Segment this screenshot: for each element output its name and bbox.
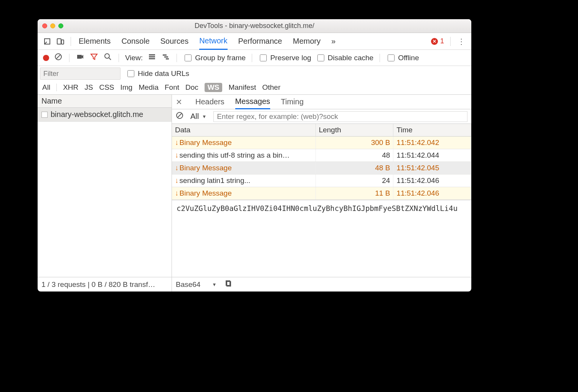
- subtab-headers[interactable]: Headers: [195, 95, 225, 109]
- svg-line-15: [178, 114, 182, 117]
- separator: [450, 37, 451, 46]
- detail-tabs: ✕ Headers Messages Timing: [172, 95, 471, 109]
- copy-icon[interactable]: [225, 280, 233, 289]
- inspect-icon[interactable]: [41, 35, 54, 48]
- col-length[interactable]: Length: [315, 124, 393, 137]
- waterfall-view-icon[interactable]: [161, 53, 170, 63]
- tab-performance[interactable]: Performance: [238, 33, 282, 49]
- titlebar: DevTools - binary-websocket.glitch.me/: [38, 19, 471, 33]
- request-summary: 1 / 3 requests | 0 B / 820 B transf…: [38, 277, 172, 292]
- request-name: binary-websocket.glitch.me: [51, 110, 143, 119]
- messages-toolbar: All ▼: [172, 109, 471, 124]
- clear-icon[interactable]: [54, 53, 63, 63]
- message-row[interactable]: ↓sending this utf-8 string as a bin…4811…: [172, 149, 471, 162]
- tab-memory[interactable]: Memory: [293, 33, 320, 49]
- view-label: View:: [125, 54, 143, 62]
- svg-rect-11: [163, 54, 167, 56]
- message-row[interactable]: ↓Binary Message48 B11:51:42.045: [172, 162, 471, 175]
- footer: 1 / 3 requests | 0 B / 820 B transf… Bas…: [38, 277, 471, 292]
- type-xhr[interactable]: XHR: [63, 83, 78, 92]
- svg-point-6: [105, 54, 109, 58]
- svg-rect-2: [61, 40, 64, 44]
- type-all[interactable]: All: [42, 83, 50, 92]
- group-by-frame-checkbox[interactable]: Group by frame: [183, 53, 246, 63]
- tab-elements[interactable]: Elements: [79, 33, 111, 49]
- type-doc[interactable]: Doc: [185, 83, 198, 92]
- arrow-down-icon: ↓: [175, 176, 179, 184]
- chevron-down-icon: ▼: [202, 114, 206, 119]
- chevron-down-icon: ▼: [212, 282, 216, 287]
- close-icon[interactable]: ✕: [176, 97, 182, 107]
- error-count: 1: [440, 37, 444, 45]
- tab-network[interactable]: Network: [199, 33, 227, 50]
- direction-filter-select[interactable]: All ▼: [188, 111, 209, 122]
- filter-icon[interactable]: [89, 53, 99, 63]
- main-tabs: Elements Console Sources Network Perform…: [38, 33, 471, 50]
- type-media[interactable]: Media: [139, 83, 159, 92]
- svg-rect-5: [77, 55, 82, 59]
- svg-line-7: [109, 58, 111, 60]
- col-data[interactable]: Data: [172, 124, 315, 137]
- type-other[interactable]: Other: [262, 83, 281, 92]
- request-row[interactable]: binary-websocket.glitch.me: [38, 108, 172, 122]
- arrow-down-icon: ↓: [175, 189, 179, 197]
- record-button[interactable]: [43, 55, 49, 61]
- separator: [69, 54, 69, 62]
- subtab-timing[interactable]: Timing: [281, 95, 304, 109]
- offline-checkbox[interactable]: Offline: [386, 53, 419, 63]
- request-detail: ✕ Headers Messages Timing All ▼ Data: [172, 95, 471, 277]
- clear-messages-icon[interactable]: [176, 112, 183, 121]
- tab-console[interactable]: Console: [121, 33, 149, 49]
- tab-list: Elements Console Sources Network Perform…: [79, 33, 335, 50]
- arrow-down-icon: ↓: [175, 164, 179, 172]
- network-toolbar: View: Group by frame Preserve log Disabl…: [38, 50, 471, 66]
- device-toolbar-icon[interactable]: [54, 35, 67, 48]
- subtab-messages[interactable]: Messages: [235, 95, 270, 109]
- col-time[interactable]: Time: [393, 124, 471, 137]
- window-title: DevTools - binary-websocket.glitch.me/: [38, 22, 471, 30]
- hide-data-urls-checkbox[interactable]: Hide data URLs: [126, 69, 189, 78]
- preserve-log-checkbox[interactable]: Preserve log: [258, 53, 311, 63]
- svg-rect-1: [57, 39, 61, 44]
- request-icon: [41, 112, 48, 118]
- devtools-window: DevTools - binary-websocket.glitch.me/ E…: [38, 19, 471, 292]
- type-manifest[interactable]: Manifest: [228, 83, 256, 92]
- type-filter-row: All XHR JS CSS Img Media Font Doc WS Man…: [38, 81, 471, 95]
- type-css[interactable]: CSS: [99, 83, 114, 92]
- arrow-down-icon: ↓: [175, 138, 179, 147]
- tab-overflow[interactable]: »: [331, 33, 335, 49]
- separator: [119, 54, 119, 62]
- message-row[interactable]: ↓sending latin1 string...2411:51:42.046: [172, 175, 471, 187]
- search-icon[interactable]: [103, 53, 112, 63]
- message-row[interactable]: ↓Binary Message11 B11:51:42.046: [172, 187, 471, 200]
- type-ws[interactable]: WS: [205, 83, 223, 92]
- svg-line-4: [56, 55, 60, 59]
- disable-cache-checkbox[interactable]: Disable cache: [316, 53, 373, 63]
- content-area: Name binary-websocket.glitch.me ✕ Header…: [38, 95, 471, 277]
- separator: [177, 54, 177, 62]
- filter-row: Hide data URLs: [38, 66, 471, 81]
- error-icon: ✕: [431, 38, 438, 45]
- separator: [380, 54, 380, 62]
- separator: [71, 37, 71, 46]
- type-font[interactable]: Font: [165, 83, 179, 92]
- type-img[interactable]: Img: [121, 83, 133, 92]
- svg-rect-13: [166, 58, 169, 59]
- camera-icon[interactable]: [76, 53, 85, 63]
- regex-filter-input[interactable]: [213, 111, 467, 122]
- type-js[interactable]: JS: [84, 83, 93, 92]
- message-row[interactable]: ↓Binary Message300 B11:51:42.042: [172, 137, 471, 149]
- list-view-icon[interactable]: [147, 53, 157, 63]
- separator: [252, 54, 252, 62]
- svg-rect-12: [164, 56, 168, 58]
- name-column-header: Name: [41, 97, 62, 105]
- request-list: Name binary-websocket.glitch.me: [38, 95, 172, 277]
- filter-input[interactable]: [40, 68, 121, 80]
- settings-menu-icon[interactable]: ⋮: [454, 37, 468, 46]
- tab-sources[interactable]: Sources: [160, 33, 188, 49]
- encoding-select[interactable]: Base64 ▼: [176, 280, 216, 289]
- messages-table: Data Length Time ↓Binary Message300 B11:…: [172, 124, 471, 200]
- message-payload: c2VuZGluZyB0aGlzIHV0Zi04IHN0cmluZyBhcyBh…: [172, 200, 471, 277]
- arrow-down-icon: ↓: [175, 151, 179, 159]
- error-badge[interactable]: ✕ 1: [431, 37, 444, 45]
